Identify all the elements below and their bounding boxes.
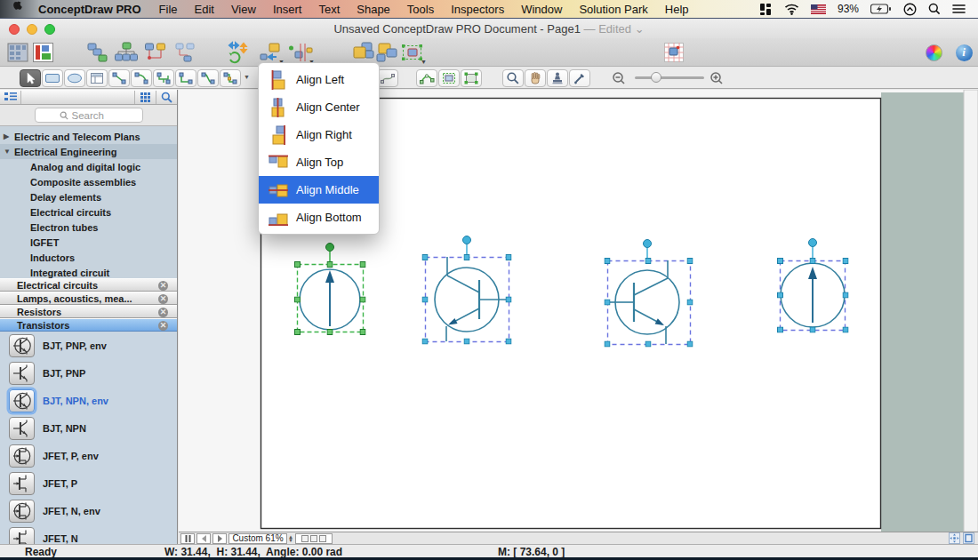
tree-view-button[interactable] bbox=[0, 91, 21, 104]
search-input[interactable] bbox=[72, 110, 118, 121]
tree-connector-tool[interactable] bbox=[153, 69, 174, 87]
ellipse-tool[interactable] bbox=[64, 69, 85, 87]
close-icon[interactable]: ✕ bbox=[158, 308, 168, 317]
tree-item-electron-tubes[interactable]: Electron tubes bbox=[0, 220, 177, 235]
bring-to-front-button[interactable] bbox=[350, 41, 375, 64]
battery-charging-icon[interactable] bbox=[870, 4, 892, 14]
library-item-jfet-n-env[interactable]: JFET, N, env bbox=[0, 497, 177, 524]
tree-layout-button[interactable] bbox=[114, 41, 139, 64]
library-item-jfet-p-env[interactable]: JFET, P, env bbox=[0, 442, 177, 469]
menu-file[interactable]: File bbox=[159, 3, 178, 16]
tree-item-composite-assemblies[interactable]: Composite assemblies bbox=[0, 174, 177, 189]
zoom-level-select[interactable]: Custom 61% bbox=[228, 533, 287, 544]
notification-center-icon[interactable] bbox=[952, 4, 966, 14]
resize-rotate-button[interactable] bbox=[226, 41, 251, 64]
rotation-handle[interactable] bbox=[644, 240, 652, 248]
close-icon[interactable]: ✕ bbox=[158, 294, 168, 304]
library-section-electrical-circuits[interactable]: Electrical circuits✕ bbox=[0, 278, 177, 292]
align-button[interactable]: ▼ bbox=[258, 41, 283, 64]
smart-connector-tool[interactable] bbox=[220, 69, 241, 87]
disclosure-icon[interactable]: ▶ bbox=[4, 132, 14, 140]
close-icon[interactable]: ✕ bbox=[158, 281, 168, 291]
prev-page-button[interactable] bbox=[196, 533, 211, 544]
zoom-in-button[interactable] bbox=[709, 69, 725, 87]
us-flag-icon[interactable] bbox=[811, 4, 826, 14]
tree-item-electric-telecom[interactable]: ▶Electric and Telecom Plans bbox=[0, 129, 177, 144]
zoom-tool[interactable] bbox=[502, 69, 524, 87]
page-tab[interactable] bbox=[301, 535, 309, 542]
library-section-lamps-acoustics[interactable]: Lamps, acoustics, mea...✕ bbox=[0, 292, 177, 305]
connect-shapes-button[interactable] bbox=[143, 41, 168, 64]
tree-item-delay-elements[interactable]: Delay elements bbox=[0, 189, 177, 204]
library-search-button[interactable] bbox=[156, 91, 177, 104]
format-painter-tool[interactable] bbox=[547, 69, 568, 87]
menu-solution-park[interactable]: Solution Park bbox=[579, 3, 647, 16]
page-tab[interactable] bbox=[310, 535, 317, 542]
tree-item-inductors[interactable]: Inductors bbox=[0, 250, 177, 265]
menu-window[interactable]: Window bbox=[521, 3, 562, 16]
menu-inspectors[interactable]: Inspectors bbox=[451, 3, 504, 16]
zoom-out-button[interactable] bbox=[611, 69, 627, 87]
connector-tools-caret-icon[interactable]: ▼ bbox=[244, 74, 250, 80]
menu-item-align-left[interactable]: Align Left bbox=[259, 66, 379, 93]
wifi-icon[interactable] bbox=[784, 4, 799, 15]
menu-edit[interactable]: Edit bbox=[195, 3, 214, 16]
page-tab[interactable] bbox=[319, 535, 326, 542]
menu-text[interactable]: Text bbox=[318, 3, 340, 16]
select-tool[interactable] bbox=[20, 69, 41, 87]
reshape-tool[interactable] bbox=[416, 69, 437, 87]
route-connectors-button[interactable] bbox=[172, 41, 197, 64]
zoom-slider-knob[interactable] bbox=[651, 72, 661, 83]
grid-view-button[interactable] bbox=[134, 91, 156, 104]
menu-item-align-bottom[interactable]: Align Bottom bbox=[259, 204, 379, 231]
rotation-handle[interactable] bbox=[326, 244, 334, 252]
pause-pages-button[interactable] bbox=[180, 533, 195, 544]
vertical-scrollbar[interactable] bbox=[964, 90, 978, 532]
pan-navigator-button[interactable] bbox=[949, 532, 960, 544]
page-tabs[interactable] bbox=[295, 533, 333, 544]
app-menu-title[interactable]: ConceptDraw PRO bbox=[38, 3, 141, 16]
text-table-tool[interactable] bbox=[86, 69, 108, 87]
library-item-bjt-npn[interactable]: BJT, NPN bbox=[0, 414, 177, 442]
snap-grid-button[interactable] bbox=[661, 41, 686, 64]
menu-item-align-middle[interactable]: Align Middle bbox=[259, 176, 379, 204]
panel-grid-button[interactable] bbox=[5, 41, 30, 64]
menu-item-align-top[interactable]: Align Top bbox=[259, 148, 379, 176]
library-item-jfet-n[interactable]: JFET, N bbox=[0, 524, 177, 544]
curve-connector-tool[interactable] bbox=[197, 69, 219, 87]
tree-item-igfet[interactable]: IGFET bbox=[0, 235, 177, 250]
group-button[interactable]: ▼ bbox=[400, 41, 425, 64]
disclosure-icon[interactable]: ▼ bbox=[4, 148, 14, 156]
menu-item-align-center[interactable]: Align Center bbox=[259, 93, 379, 121]
zoom-stepper[interactable]: ▲▼ bbox=[288, 535, 293, 542]
search-input-box[interactable] bbox=[35, 108, 143, 123]
library-item-bjt-pnp-env[interactable]: BJT, PNP, env bbox=[0, 332, 177, 359]
menu-view[interactable]: View bbox=[231, 3, 256, 16]
elbow-connector-tool[interactable] bbox=[175, 69, 196, 87]
tree-item-electrical-circuits[interactable]: Electrical circuits bbox=[0, 204, 177, 220]
menu-tools[interactable]: Tools bbox=[407, 3, 434, 16]
tree-item-analog-digital-logic[interactable]: Analog and digital logic bbox=[0, 159, 177, 174]
select-area-tool[interactable] bbox=[438, 69, 460, 87]
next-page-button[interactable] bbox=[212, 533, 227, 544]
color-wheel-button[interactable] bbox=[921, 41, 946, 64]
menu-insert[interactable]: Insert bbox=[273, 3, 302, 16]
control-center-icon[interactable] bbox=[903, 3, 917, 16]
app-switcher-icon[interactable] bbox=[759, 3, 773, 16]
menu-help[interactable]: Help bbox=[665, 3, 689, 16]
fit-page-button[interactable] bbox=[963, 532, 974, 544]
distribute-button[interactable]: ▼ bbox=[288, 41, 313, 64]
rectangle-tool[interactable] bbox=[42, 69, 63, 87]
menu-shape[interactable]: Shape bbox=[357, 3, 390, 16]
eyedropper-tool[interactable] bbox=[569, 69, 590, 87]
spline-tool[interactable] bbox=[377, 69, 398, 87]
rotation-handle[interactable] bbox=[809, 239, 817, 247]
arc-connector-tool[interactable] bbox=[131, 69, 152, 87]
close-icon[interactable]: ✕ bbox=[158, 321, 168, 331]
line-connector-tool[interactable] bbox=[108, 69, 130, 87]
zoom-slider[interactable] bbox=[635, 76, 704, 79]
color-scheme-button[interactable] bbox=[30, 41, 55, 64]
pan-tool[interactable] bbox=[525, 69, 546, 87]
library-item-bjt-pnp[interactable]: BJT, PNP bbox=[0, 359, 177, 387]
library-item-bjt-npn-env[interactable]: BJT, NPN, env bbox=[0, 387, 177, 414]
